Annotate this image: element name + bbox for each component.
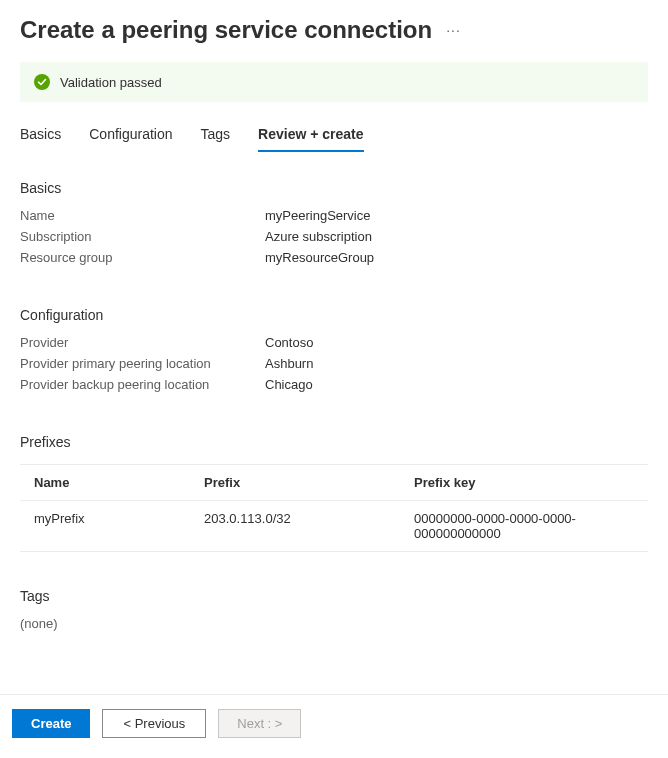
validation-banner: Validation passed bbox=[20, 62, 648, 102]
value-name: myPeeringService bbox=[265, 208, 371, 223]
section-prefixes-title: Prefixes bbox=[20, 434, 648, 450]
section-tags-title: Tags bbox=[20, 588, 648, 604]
value-resource-group: myResourceGroup bbox=[265, 250, 374, 265]
row-resource-group: Resource group myResourceGroup bbox=[20, 250, 648, 265]
validation-message: Validation passed bbox=[60, 75, 162, 90]
col-header-name: Name bbox=[34, 475, 204, 490]
col-header-key: Prefix key bbox=[414, 475, 634, 490]
previous-button[interactable]: < Previous bbox=[102, 709, 206, 738]
table-row: myPrefix 203.0.113.0/32 00000000-0000-00… bbox=[20, 501, 648, 551]
tabs: Basics Configuration Tags Review + creat… bbox=[0, 120, 668, 152]
prefixes-table: Name Prefix Prefix key myPrefix 203.0.11… bbox=[20, 464, 648, 552]
tab-configuration[interactable]: Configuration bbox=[89, 120, 172, 152]
label-name: Name bbox=[20, 208, 265, 223]
tab-basics[interactable]: Basics bbox=[20, 120, 61, 152]
footer: Create < Previous Next : > bbox=[0, 694, 668, 758]
svg-point-0 bbox=[34, 74, 50, 90]
row-name: Name myPeeringService bbox=[20, 208, 648, 223]
col-header-prefix: Prefix bbox=[204, 475, 414, 490]
tab-review-create[interactable]: Review + create bbox=[258, 120, 363, 152]
label-provider-primary: Provider primary peering location bbox=[20, 356, 265, 371]
more-icon[interactable]: ··· bbox=[446, 22, 461, 38]
section-configuration-title: Configuration bbox=[20, 307, 648, 323]
cell-prefix: 203.0.113.0/32 bbox=[204, 511, 414, 541]
section-basics-title: Basics bbox=[20, 180, 648, 196]
row-provider-primary: Provider primary peering location Ashbur… bbox=[20, 356, 648, 371]
label-provider-backup: Provider backup peering location bbox=[20, 377, 265, 392]
page-title: Create a peering service connection bbox=[20, 16, 432, 44]
label-subscription: Subscription bbox=[20, 229, 265, 244]
tab-tags[interactable]: Tags bbox=[201, 120, 231, 152]
value-subscription: Azure subscription bbox=[265, 229, 372, 244]
table-header: Name Prefix Prefix key bbox=[20, 465, 648, 501]
row-provider: Provider Contoso bbox=[20, 335, 648, 350]
row-subscription: Subscription Azure subscription bbox=[20, 229, 648, 244]
label-provider: Provider bbox=[20, 335, 265, 350]
next-button: Next : > bbox=[218, 709, 301, 738]
tags-none: (none) bbox=[20, 616, 648, 631]
label-resource-group: Resource group bbox=[20, 250, 265, 265]
check-circle-icon bbox=[34, 74, 50, 90]
row-provider-backup: Provider backup peering location Chicago bbox=[20, 377, 648, 392]
create-button[interactable]: Create bbox=[12, 709, 90, 738]
cell-name: myPrefix bbox=[34, 511, 204, 541]
value-provider-primary: Ashburn bbox=[265, 356, 313, 371]
value-provider: Contoso bbox=[265, 335, 313, 350]
value-provider-backup: Chicago bbox=[265, 377, 313, 392]
cell-key: 00000000-0000-0000-0000-000000000000 bbox=[414, 511, 634, 541]
page-header: Create a peering service connection ··· bbox=[0, 0, 668, 54]
review-content: Basics Name myPeeringService Subscriptio… bbox=[0, 180, 668, 631]
